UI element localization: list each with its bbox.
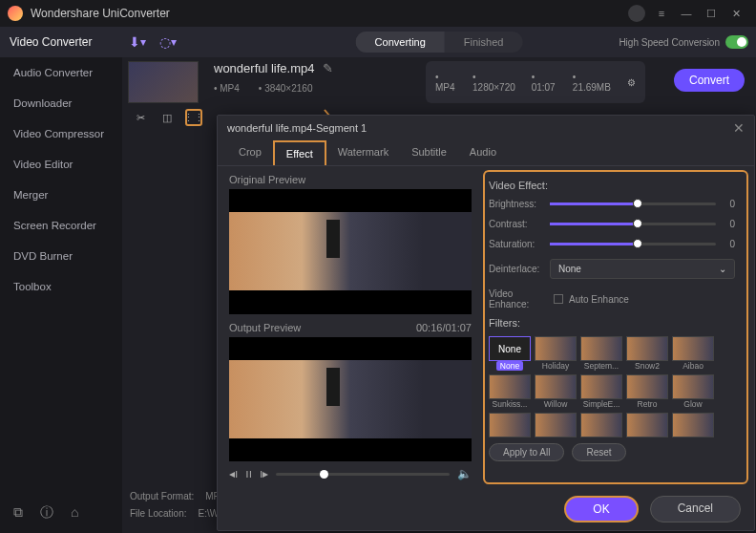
filter-item[interactable]	[580, 413, 622, 437]
sidebar-item[interactable]: Screen Recorder	[0, 210, 122, 241]
app-logo	[8, 6, 23, 21]
conversion-tabs: Converting Finished	[356, 32, 523, 53]
output-info: • MP4 • 1280×720 • 01:07 • 21.69MB ⚙	[426, 61, 645, 103]
tab-finished[interactable]: Finished	[445, 32, 523, 53]
filter-item[interactable]	[535, 413, 577, 437]
people-icon[interactable]: ⌂	[71, 504, 78, 522]
dialog-tab-audio[interactable]: Audio	[458, 140, 508, 165]
filter-item[interactable]	[626, 413, 668, 437]
menu-icon[interactable]: ≡	[649, 3, 674, 24]
sidebar-item[interactable]: Video Editor	[0, 149, 122, 180]
contrast-slider[interactable]	[550, 223, 716, 225]
filters-label: Filters:	[489, 317, 735, 329]
download-url-icon[interactable]: ◌▾	[153, 29, 183, 55]
output-preview-label: Output Preview	[229, 322, 301, 333]
sidebar: Video Converter Audio ConverterDownloade…	[0, 27, 122, 533]
sidebar-item[interactable]: Toolbox	[0, 271, 122, 302]
filter-item[interactable]: Holiday	[535, 336, 577, 371]
filter-item[interactable]: Snow2	[626, 336, 668, 371]
play-pause-icon[interactable]: ıı	[245, 467, 252, 480]
filter-item[interactable]	[489, 413, 531, 437]
enhance-label: Video Enhance:	[489, 288, 548, 309]
prev-frame-icon[interactable]: ◂ı	[229, 467, 238, 480]
file-name: wonderful life.mp4	[214, 61, 315, 75]
contrast-value: 0	[724, 219, 735, 229]
dialog-tab-crop[interactable]: Crop	[227, 140, 273, 165]
sidebar-item[interactable]: Merger	[0, 180, 122, 210]
auto-enhance-checkbox[interactable]	[554, 294, 563, 304]
minimize-icon[interactable]: —	[674, 3, 699, 24]
filter-item[interactable]: SimpleE...	[580, 374, 622, 409]
saturation-value: 0	[724, 239, 735, 249]
apply-to-all-button[interactable]: Apply to All	[489, 443, 564, 461]
preview-timecode: 00:16/01:07	[416, 322, 472, 333]
file-resolution: • 3840×2160	[259, 83, 313, 94]
filter-item[interactable]: Willow	[535, 374, 577, 409]
gear-icon[interactable]: ⚙	[627, 77, 636, 88]
brightness-label: Brightness:	[489, 199, 542, 209]
deinterlace-select[interactable]: None⌄	[550, 259, 735, 279]
dialog-tab-subtitle[interactable]: Subtitle	[400, 140, 458, 165]
output-preview	[229, 337, 472, 462]
dialog-title: wonderful life.mp4-Segment 1	[227, 122, 367, 134]
filter-item[interactable]: Septem...	[580, 336, 622, 371]
video-thumbnail[interactable]	[128, 61, 199, 103]
cut-icon[interactable]: ✂	[132, 109, 149, 126]
effect-dialog: wonderful life.mp4-Segment 1 ✕ CropEffec…	[217, 115, 755, 531]
brightness-value: 0	[724, 199, 735, 209]
close-icon[interactable]: ✕	[724, 3, 748, 24]
filter-item[interactable]	[672, 413, 714, 437]
contrast-label: Contrast:	[489, 219, 542, 229]
video-effect-header: Video Effect:	[489, 180, 735, 191]
high-speed-label: High Speed Conversion	[619, 37, 720, 48]
edit-name-icon[interactable]: ✎	[323, 61, 333, 75]
convert-button[interactable]: Convert	[674, 69, 745, 92]
filter-item[interactable]: Glow	[672, 374, 714, 409]
brightness-slider[interactable]	[550, 203, 716, 205]
account-icon[interactable]	[624, 3, 649, 24]
next-frame-icon[interactable]: ı▸	[260, 467, 268, 480]
original-preview	[229, 189, 472, 314]
sidebar-active[interactable]: Video Converter	[0, 27, 122, 57]
titlebar: Wondershare UniConverter ≡ — ☐ ✕	[0, 0, 756, 27]
file-format: • MP4	[214, 83, 240, 94]
sidebar-item[interactable]: Downloader	[0, 88, 122, 118]
seek-slider[interactable]	[276, 473, 450, 476]
ok-button[interactable]: OK	[564, 496, 638, 522]
output-format-label: Output Format:	[130, 491, 194, 501]
file-location-value[interactable]: E:\W	[198, 508, 219, 519]
saturation-slider[interactable]	[550, 243, 716, 245]
filter-item[interactable]: NoneNone	[489, 336, 531, 371]
deinterlace-label: Deinterlace:	[489, 264, 542, 274]
maximize-icon[interactable]: ☐	[699, 3, 724, 24]
help-icon[interactable]: ⧉	[13, 504, 23, 522]
crop-icon[interactable]: ◫	[158, 109, 176, 126]
add-file-icon[interactable]: ⬇︎▾	[122, 29, 153, 55]
tab-converting[interactable]: Converting	[356, 32, 445, 53]
volume-icon[interactable]: 🔈	[457, 467, 472, 480]
dialog-tab-watermark[interactable]: Watermark	[326, 140, 400, 165]
player-controls: ◂ı ıı ı▸ 🔈	[229, 467, 472, 480]
filter-item[interactable]: Retro	[626, 374, 668, 409]
filter-item[interactable]: Aibao	[672, 336, 714, 371]
app-title: Wondershare UniConverter	[31, 7, 624, 20]
saturation-label: Saturation:	[489, 239, 542, 249]
original-preview-label: Original Preview	[229, 174, 472, 185]
dialog-close-icon[interactable]: ✕	[733, 120, 745, 136]
sidebar-item[interactable]: Audio Converter	[0, 57, 122, 88]
reset-button[interactable]: Reset	[572, 443, 625, 461]
auto-enhance-label: Auto Enhance	[569, 294, 629, 305]
file-location-label: File Location:	[130, 508, 186, 519]
chevron-down-icon: ⌄	[719, 264, 726, 274]
sidebar-item[interactable]: DVD Burner	[0, 241, 122, 271]
info-icon[interactable]: ⓘ	[40, 504, 53, 522]
high-speed-toggle[interactable]	[725, 35, 748, 49]
cancel-button[interactable]: Cancel	[650, 496, 741, 522]
filter-item[interactable]: Sunkiss...	[489, 374, 531, 409]
content-toolbar: ⬇︎▾ ◌▾ Converting Finished High Speed Co…	[122, 27, 756, 57]
dialog-tab-effect[interactable]: Effect	[273, 140, 326, 165]
effect-icon[interactable]: ⋮⋮	[185, 109, 202, 126]
sidebar-item[interactable]: Video Compressor	[0, 118, 122, 149]
